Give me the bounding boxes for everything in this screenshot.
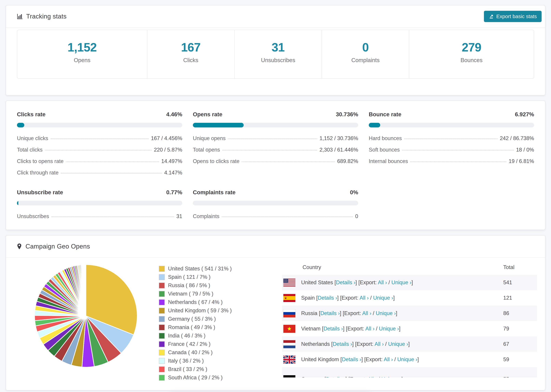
export-all-link[interactable]: All › — [368, 376, 377, 378]
export-all-link[interactable]: All › — [378, 280, 387, 286]
legend-item-vietnam[interactable]: Vietnam ( 79 / 5% ) — [159, 291, 282, 297]
total-value: 67 — [503, 341, 509, 347]
rate-row-label: Click through rate — [17, 170, 58, 176]
details-link[interactable]: Details › — [318, 295, 337, 301]
legend-label: Italy ( 36 / 2% ) — [168, 358, 204, 364]
geo-pie — [33, 263, 139, 369]
geo-table-header: Country Total — [282, 260, 537, 275]
summary-label: Opens — [74, 57, 90, 63]
rate-value: 0.77% — [166, 189, 182, 196]
export-basic-stats-button[interactable]: Export basic stats — [484, 11, 542, 22]
legend-label: Canada ( 40 / 2% ) — [168, 350, 212, 356]
legend-item-united-kingdom[interactable]: United Kingdom ( 59 / 3% ) — [159, 308, 282, 314]
export-unique-link[interactable]: Unique › — [381, 376, 402, 378]
legend-item-romania[interactable]: Romania ( 49 / 3% ) — [159, 324, 282, 330]
progress-fill — [369, 123, 380, 127]
dotted-leader — [242, 161, 335, 162]
rate-title: Clicks rate — [17, 111, 46, 118]
legend-item-south-africa[interactable]: South Africa ( 29 / 2% ) — [159, 375, 282, 381]
legend-label: France ( 42 / 2% ) — [168, 341, 211, 347]
rate-row-value: 689.82% — [337, 158, 358, 164]
legend-item-italy[interactable]: Italy ( 36 / 2% ) — [159, 358, 282, 364]
export-unique-link[interactable]: Unique › — [373, 295, 393, 301]
legend-swatch — [159, 358, 165, 364]
export-all-link[interactable]: All › — [365, 326, 374, 332]
rate-row: Soft bounces 18 / 0% — [369, 147, 534, 153]
rates-card: Clicks rate 4.46% Unique clicks 167 / 4.… — [6, 101, 545, 230]
legend-item-brazil[interactable]: Brazil ( 33 / 2% ) — [159, 366, 282, 372]
legend-label: Brazil ( 33 / 2% ) — [168, 366, 207, 372]
legend-label: Netherlands ( 67 / 4% ) — [168, 299, 223, 305]
details-link[interactable]: Details › — [320, 310, 340, 316]
summary-cell-complaints: 0 Complaints — [322, 30, 409, 78]
rate-title: Bounce rate — [369, 111, 402, 118]
geo-row-es: Spain [Details ›] [Export: All › / Uniqu… — [282, 290, 537, 306]
legend-label: Russia ( 86 / 5% ) — [168, 282, 210, 288]
legend-item-united-states[interactable]: United States ( 541 / 31% ) — [159, 266, 282, 272]
geo-row-de: Germany [Details ›] [Export: All › / Uni… — [282, 367, 537, 378]
export-icon — [489, 14, 494, 19]
legend-item-russia[interactable]: Russia ( 86 / 5% ) — [159, 282, 282, 288]
geo-row-nl: Netherlands [Details ›] [Export: All › /… — [282, 336, 537, 352]
export-all-link[interactable]: All › — [362, 310, 371, 316]
rate-row-value: 167 / 4.456% — [151, 135, 182, 141]
export-unique-link[interactable]: Unique › — [388, 341, 408, 347]
country-name: Netherlands — [301, 341, 330, 347]
geo-title-wrap: Campaign Geo Opens — [17, 243, 90, 250]
export-unique-link[interactable]: Unique › — [391, 280, 411, 286]
details-link[interactable]: Details › — [323, 326, 343, 332]
geo-header: Campaign Geo Opens — [6, 236, 545, 258]
rate-row-value: 2,303 / 61.446% — [319, 147, 358, 153]
summary-cell-clicks: 167 Clicks — [147, 30, 234, 78]
rate-block-clicks: Clicks rate 4.46% Unique clicks 167 / 4.… — [17, 111, 182, 176]
export-unique-link[interactable]: Unique › — [397, 357, 417, 362]
us-flag-icon — [283, 279, 295, 287]
legend-label: United States ( 541 / 31% ) — [168, 266, 232, 272]
details-link[interactable]: Details › — [326, 376, 346, 378]
country-name: United States — [301, 280, 333, 286]
progress-bar — [17, 201, 182, 205]
export-unique-link[interactable]: Unique › — [379, 326, 399, 332]
summary-label: Complaints — [351, 57, 380, 63]
legend-item-netherlands[interactable]: Netherlands ( 67 / 4% ) — [159, 299, 282, 305]
legend-item-india[interactable]: India ( 46 / 3% ) — [159, 333, 282, 339]
legend-label: Spain ( 121 / 7% ) — [168, 274, 211, 280]
export-all-link[interactable]: All › — [360, 295, 369, 301]
rate-row-label: Hard bounces — [369, 135, 402, 141]
legend-swatch — [159, 366, 165, 372]
rate-block-complaints: Complaints rate 0% Complaints 0 — [193, 189, 358, 219]
total-value: 59 — [503, 357, 509, 363]
export-all-link[interactable]: All › — [374, 341, 384, 347]
export-unique-link[interactable]: Unique › — [376, 310, 396, 316]
legend-swatch — [159, 266, 165, 272]
legend-item-canada[interactable]: Canada ( 40 / 2% ) — [159, 350, 282, 356]
details-link[interactable]: Details › — [333, 341, 352, 347]
country-column-header: Country — [303, 264, 503, 270]
progress-bar — [17, 123, 182, 127]
dotted-leader — [222, 150, 317, 151]
dotted-leader — [402, 150, 514, 151]
rate-row-value: 14.497% — [161, 158, 182, 164]
legend-item-spain[interactable]: Spain ( 121 / 7% ) — [159, 274, 282, 280]
rate-row: Internal bounces 19 / 6.81% — [369, 158, 534, 164]
tracking-stats-card: Tracking stats Export basic stats 1,152 … — [6, 5, 545, 95]
details-link[interactable]: Details › — [336, 280, 355, 286]
dotted-leader — [61, 173, 162, 173]
rate-block-opens: Opens rate 30.736% Unique opens 1,152 / … — [193, 111, 358, 176]
rate-row: Total opens 2,303 / 61.446% — [193, 147, 358, 153]
geo-table: Country Total United States [Details ›] … — [282, 258, 537, 378]
rate-row-value: 242 / 86.738% — [500, 135, 534, 141]
rate-row: Unique opens 1,152 / 30.736% — [193, 135, 358, 141]
legend-item-germany[interactable]: Germany ( 55 / 3% ) — [159, 316, 282, 322]
details-link[interactable]: Details › — [342, 357, 361, 362]
geo-content: United States ( 541 / 31% ) Spain ( 121 … — [6, 258, 545, 390]
rate-row-label: Internal bounces — [369, 158, 408, 164]
legend-item-france[interactable]: France ( 42 / 2% ) — [159, 341, 282, 347]
total-value: 541 — [503, 280, 512, 286]
tracking-stats-header: Tracking stats Export basic stats — [6, 6, 545, 28]
summary-value: 279 — [462, 41, 481, 54]
nl-flag-icon — [283, 340, 295, 348]
export-all-link[interactable]: All › — [384, 357, 393, 362]
rate-row-label: Total clicks — [17, 147, 42, 153]
legend-label: Germany ( 55 / 3% ) — [168, 316, 216, 322]
